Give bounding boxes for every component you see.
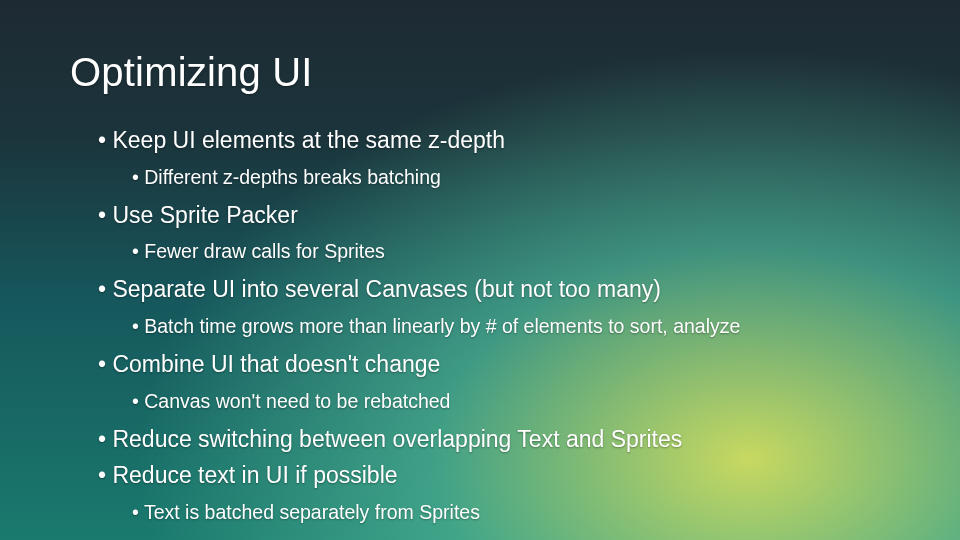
list-item: Canvas won't need to be rebatched <box>132 386 890 416</box>
slide: Optimizing UI Keep UI elements at the sa… <box>0 0 960 540</box>
sub-list: Fewer draw calls for Sprites <box>98 236 890 266</box>
list-item: Fewer draw calls for Sprites <box>132 236 890 266</box>
sub-list: Canvas won't need to be rebatched <box>98 386 890 416</box>
list-item: Batch time grows more than linearly by #… <box>132 311 890 341</box>
sub-bullet-text: Different z-depths breaks batching <box>144 166 441 188</box>
bullet-text: Keep UI elements at the same z-depth <box>112 127 505 153</box>
list-item: Text is batched separately from Sprites <box>132 497 890 527</box>
list-item: Combine UI that doesn't change Canvas wo… <box>98 347 890 416</box>
bullet-text: Reduce switching between overlapping Tex… <box>112 426 682 452</box>
sub-bullet-text: Batch time grows more than linearly by #… <box>144 315 740 337</box>
bullet-text: Separate UI into several Canvases (but n… <box>112 276 660 302</box>
sub-bullet-text: Fewer draw calls for Sprites <box>144 240 385 262</box>
bullet-text: Combine UI that doesn't change <box>112 351 440 377</box>
list-item: Use Sprite Packer Fewer draw calls for S… <box>98 198 890 267</box>
bullet-text: Use Sprite Packer <box>112 202 297 228</box>
sub-bullet-text: Canvas won't need to be rebatched <box>144 390 450 412</box>
sub-list: Batch time grows more than linearly by #… <box>98 311 890 341</box>
bullet-text: Reduce text in UI if possible <box>112 462 397 488</box>
sub-bullet-text: Text is batched separately from Sprites <box>144 501 480 523</box>
list-item: Keep UI elements at the same z-depth Dif… <box>98 123 890 192</box>
slide-title: Optimizing UI <box>70 50 890 95</box>
bullet-list: Keep UI elements at the same z-depth Dif… <box>70 123 890 527</box>
list-item: Separate UI into several Canvases (but n… <box>98 272 890 341</box>
list-item: Different z-depths breaks batching <box>132 162 890 192</box>
sub-list: Text is batched separately from Sprites <box>98 497 890 527</box>
list-item: Reduce text in UI if possible Text is ba… <box>98 458 890 527</box>
sub-list: Different z-depths breaks batching <box>98 162 890 192</box>
list-item: Reduce switching between overlapping Tex… <box>98 422 890 457</box>
